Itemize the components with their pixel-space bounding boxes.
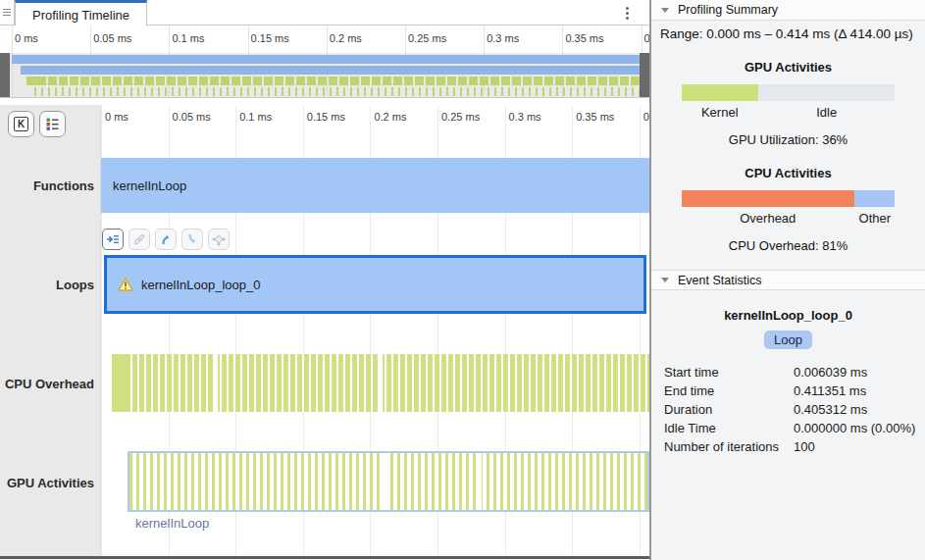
stat-label: Start time [664,365,794,380]
event-statistics-content: kernelInLoop_loop_0 Loop Start time 0.00… [651,290,925,454]
section-title: Event Statistics [678,274,761,287]
tab-label: Profiling Timeline [32,8,129,23]
link-icon [132,232,146,246]
arrow-up-icon [159,232,173,246]
stat-value: 0.411351 ms [794,383,925,398]
overview-gpu-track [34,87,640,96]
timeline-canvas[interactable]: kernelInLoop [101,105,649,556]
ruler-tick-label: 0.3 ms [487,32,519,44]
gpu-bar-labels: Kernel Idle [682,105,896,120]
gpu-kernel-segment [682,84,758,101]
overview-handle-left[interactable] [0,53,10,97]
row-label-cpu-overhead: CPU Overhead [5,377,94,391]
section-header-event-statistics[interactable]: Event Statistics [651,270,925,290]
overview-functions-track [12,55,640,64]
overview-handle-right[interactable] [640,53,649,97]
gpu-track-caption: kernelInLoop [135,516,209,531]
overview-ruler[interactable]: 0 ms0.05 ms0.1 ms0.15 ms0.2 ms0.25 ms0.3… [0,25,649,53]
cpu-other-label: Other [854,211,895,226]
row-label-loops: Loops [56,278,94,292]
link-button[interactable] [128,229,150,250]
stat-value: 0.405312 ms [794,402,925,417]
legend-icon [45,117,60,131]
summary-panel: Profiling Summary Range: 0.000 ms – 0.41… [649,0,925,560]
event-badge-wrap: Loop [651,331,925,349]
gpu-idle-segment [758,84,896,101]
timeline-panel: Profiling Timeline 0 ms0.05 ms0.1 ms0.15… [0,0,649,560]
timeline-main: K Functions Loops CPU Overhead GPU Activ… [0,105,649,556]
cpu-overhead-track[interactable] [112,354,649,412]
kebab-menu-icon[interactable] [620,5,634,21]
spacer [0,98,649,105]
ruler-tick-label: 0.1 ms [172,32,204,44]
profiler-window: Profiling Timeline 0 ms0.05 ms0.1 ms0.15… [0,0,925,560]
stat-label: Number of iterations [664,439,794,454]
event-type-badge: Loop [764,331,812,349]
gpu-idle-label: Idle [758,105,896,120]
functions-bar-label: kernelInLoop [113,178,186,193]
event-name: kernelInLoop_loop_0 [651,308,925,323]
navigate-up-button[interactable] [155,229,177,250]
ruler-tick-label: 0.35 ms [565,32,603,44]
flow-graph-button[interactable] [208,229,230,250]
stat-value: 0.006039 ms [794,365,925,380]
stripe-gap [214,354,218,412]
collapse-triangle-icon [661,278,669,282]
ruler-tick-label: 0.05 ms [173,111,211,123]
loops-bar-selected[interactable]: kernelInLoop_loop_0 [104,255,646,314]
ruler-tick-label: 0.2 ms [330,32,362,44]
range-readout: Range: 0.000 ms – 0.414 ms (Δ 414.00 µs) [651,21,925,41]
arrow-down-icon [185,232,199,246]
view-source-button[interactable] [102,229,124,250]
overview-cpu-track [26,76,640,85]
ruler-tick-label: 0 ms [105,111,128,123]
ruler-tick-label: 0.1 ms [239,111,272,123]
cpu-other-segment [854,190,895,207]
k-icon: K [14,117,28,131]
navigate-down-button[interactable] [181,229,203,250]
cpu-overhead-readout: CPU Overhead: 81% [651,238,925,253]
gpu-activities-track[interactable] [128,451,649,512]
section-header-profiling-summary[interactable]: Profiling Summary [651,0,925,21]
stat-value: 0.000000 ms (0.00%) [794,421,925,435]
functions-bar[interactable]: kernelInLoop [101,158,649,213]
gpu-activities-title: GPU Activities [651,60,925,75]
warning-icon [118,278,133,291]
cpu-overhead-label: Overhead [682,211,855,226]
ruler-tick-label: 0.15 ms [307,111,345,123]
cpu-activities-bar [682,190,896,207]
row-label-gpu-activities: GPU Activities [7,476,94,490]
stat-label: End time [664,383,794,398]
stripe-gap [383,453,386,510]
flow-graph-icon [212,232,226,246]
view-source-icon [106,232,120,246]
ruler-tick-label: 0.05 ms [93,32,131,44]
cpu-activities-title: CPU Activities [651,166,925,180]
ruler-tick-label: 0.15 ms [251,32,289,44]
legend-button[interactable] [39,111,66,137]
stripe-gap [478,453,482,510]
overview-strip[interactable] [0,53,649,98]
panel-grip-icon[interactable] [0,0,15,25]
gpu-utilization-readout: GPU Utilization: 36% [651,132,925,147]
panel-bottom-border [0,556,649,559]
overview-loops-track [21,66,640,75]
stat-label: Duration [664,402,794,417]
loops-toolbar [102,229,230,251]
ruler-tick-label: 0.35 ms [576,111,614,123]
profiling-summary-content: Range: 0.000 ms – 0.414 ms (Δ 414.00 µs)… [651,21,925,270]
stat-value: 100 [794,439,925,454]
cpu-bar-labels: Overhead Other [682,211,896,226]
kernel-filter-button[interactable]: K [8,111,34,137]
event-stats-table: Start time 0.006039 ms End time 0.411351… [664,365,925,454]
cpu-overhead-segment [682,190,855,207]
section-title: Profiling Summary [678,3,778,17]
ruler-tick-label: 0.3 ms [509,111,541,123]
collapse-triangle-icon [661,8,669,13]
tab-profiling-timeline[interactable]: Profiling Timeline [15,0,147,26]
ruler-tick-label: 0 ms [15,32,38,44]
stat-label: Idle Time [664,421,794,435]
ruler-tick-label: 0.25 ms [408,32,446,44]
gpu-kernel-label: Kernel [682,105,758,120]
ruler-tick-label: 0.2 ms [374,111,406,123]
